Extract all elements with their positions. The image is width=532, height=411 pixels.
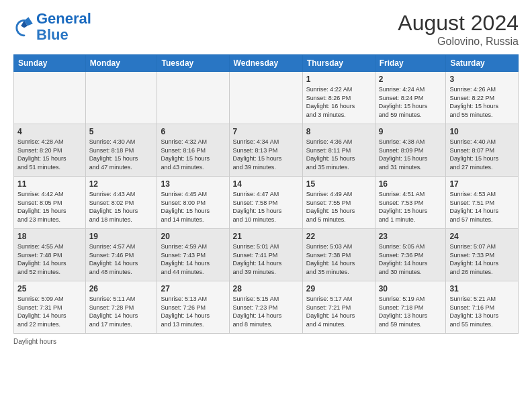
calendar-cell: 9Sunrise: 4:38 AM Sunset: 8:09 PM Daylig…: [375, 124, 446, 177]
page: General Blue August 2024 Golovino, Russi…: [0, 0, 532, 353]
day-info: Sunrise: 5:07 AM Sunset: 7:33 PM Dayligh…: [449, 242, 515, 276]
day-number: 1: [306, 75, 371, 84]
day-info: Sunrise: 4:45 AM Sunset: 8:00 PM Dayligh…: [161, 190, 225, 224]
day-number: 8: [306, 127, 371, 136]
day-info: Sunrise: 4:34 AM Sunset: 8:13 PM Dayligh…: [233, 138, 299, 171]
day-number: 12: [89, 179, 154, 189]
calendar-cell: 3Sunrise: 4:26 AM Sunset: 8:22 PM Daylig…: [446, 72, 519, 124]
weekday-header: Wednesday: [229, 55, 302, 72]
calendar-cell: 15Sunrise: 4:49 AM Sunset: 7:55 PM Dayli…: [302, 177, 375, 229]
logo: General Blue: [13, 11, 91, 43]
calendar-cell: 11Sunrise: 4:42 AM Sunset: 8:05 PM Dayli…: [14, 177, 86, 229]
calendar-cell: 10Sunrise: 4:40 AM Sunset: 8:07 PM Dayli…: [446, 124, 519, 177]
day-number: 10: [449, 127, 515, 136]
day-number: 5: [89, 127, 154, 136]
weekday-header: Sunday: [14, 55, 86, 72]
day-number: 25: [17, 284, 82, 293]
day-number: 7: [233, 127, 299, 136]
day-info: Sunrise: 5:05 AM Sunset: 7:36 PM Dayligh…: [379, 242, 443, 276]
calendar-table: SundayMondayTuesdayWednesdayThursdayFrid…: [13, 54, 519, 334]
header: General Blue August 2024 Golovino, Russi…: [13, 11, 519, 48]
month-year: August 2024: [398, 11, 519, 36]
day-info: Sunrise: 5:13 AM Sunset: 7:26 PM Dayligh…: [161, 295, 225, 328]
day-info: Sunrise: 4:26 AM Sunset: 8:22 PM Dayligh…: [449, 85, 515, 119]
weekday-header: Saturday: [446, 55, 519, 72]
day-info: Sunrise: 4:24 AM Sunset: 8:24 PM Dayligh…: [379, 85, 443, 119]
logo-general: General: [36, 10, 91, 27]
day-number: 17: [449, 179, 515, 189]
calendar-cell: 27Sunrise: 5:13 AM Sunset: 7:26 PM Dayli…: [157, 281, 229, 334]
day-number: 21: [233, 232, 299, 241]
calendar-cell: 4Sunrise: 4:28 AM Sunset: 8:20 PM Daylig…: [14, 124, 86, 177]
calendar-cell: 18Sunrise: 4:55 AM Sunset: 7:48 PM Dayli…: [14, 229, 86, 281]
day-number: 29: [306, 284, 371, 293]
day-number: 6: [161, 127, 225, 136]
day-info: Sunrise: 4:30 AM Sunset: 8:18 PM Dayligh…: [89, 138, 154, 171]
day-info: Sunrise: 4:55 AM Sunset: 7:48 PM Dayligh…: [17, 242, 82, 276]
calendar-cell: 22Sunrise: 5:03 AM Sunset: 7:38 PM Dayli…: [302, 229, 375, 281]
calendar-cell: 26Sunrise: 5:11 AM Sunset: 7:28 PM Dayli…: [85, 281, 157, 334]
weekday-header-row: SundayMondayTuesdayWednesdayThursdayFrid…: [14, 55, 519, 72]
calendar-cell: 16Sunrise: 4:51 AM Sunset: 7:53 PM Dayli…: [375, 177, 446, 229]
calendar-cell: 7Sunrise: 4:34 AM Sunset: 8:13 PM Daylig…: [229, 124, 302, 177]
calendar-cell: [229, 72, 302, 124]
title-block: August 2024 Golovino, Russia: [398, 11, 519, 48]
calendar-cell: 19Sunrise: 4:57 AM Sunset: 7:46 PM Dayli…: [85, 229, 157, 281]
day-number: 22: [306, 232, 371, 241]
day-info: Sunrise: 5:19 AM Sunset: 7:18 PM Dayligh…: [379, 295, 443, 328]
calendar-cell: 14Sunrise: 4:47 AM Sunset: 7:58 PM Dayli…: [229, 177, 302, 229]
location: Golovino, Russia: [398, 36, 519, 48]
calendar-cell: [85, 72, 157, 124]
calendar-cell: 2Sunrise: 4:24 AM Sunset: 8:24 PM Daylig…: [375, 72, 446, 124]
calendar-week-row: 1Sunrise: 4:22 AM Sunset: 8:26 PM Daylig…: [14, 72, 519, 124]
day-number: 3: [449, 75, 515, 84]
logo-text: General Blue: [36, 11, 91, 43]
calendar-cell: 29Sunrise: 5:17 AM Sunset: 7:21 PM Dayli…: [302, 281, 375, 334]
calendar-week-row: 18Sunrise: 4:55 AM Sunset: 7:48 PM Dayli…: [14, 229, 519, 281]
calendar-cell: [14, 72, 86, 124]
day-info: Sunrise: 4:42 AM Sunset: 8:05 PM Dayligh…: [17, 190, 82, 224]
day-number: 26: [89, 284, 154, 293]
day-info: Sunrise: 5:11 AM Sunset: 7:28 PM Dayligh…: [89, 295, 154, 328]
day-info: Sunrise: 5:03 AM Sunset: 7:38 PM Dayligh…: [306, 242, 371, 276]
weekday-header: Thursday: [302, 55, 375, 72]
day-info: Sunrise: 4:40 AM Sunset: 8:07 PM Dayligh…: [449, 138, 515, 171]
day-info: Sunrise: 4:47 AM Sunset: 7:58 PM Dayligh…: [233, 190, 299, 224]
day-number: 18: [17, 232, 82, 241]
day-info: Sunrise: 4:59 AM Sunset: 7:43 PM Dayligh…: [161, 242, 225, 276]
day-info: Sunrise: 4:49 AM Sunset: 7:55 PM Dayligh…: [306, 190, 371, 224]
day-number: 15: [306, 179, 371, 189]
calendar-cell: 20Sunrise: 4:59 AM Sunset: 7:43 PM Dayli…: [157, 229, 229, 281]
calendar-cell: 13Sunrise: 4:45 AM Sunset: 8:00 PM Dayli…: [157, 177, 229, 229]
day-number: 9: [379, 127, 443, 136]
day-info: Sunrise: 4:51 AM Sunset: 7:53 PM Dayligh…: [379, 190, 443, 224]
day-info: Sunrise: 4:53 AM Sunset: 7:51 PM Dayligh…: [449, 190, 515, 224]
day-number: 20: [161, 232, 225, 241]
day-info: Sunrise: 4:36 AM Sunset: 8:11 PM Dayligh…: [306, 138, 371, 171]
day-number: 19: [89, 232, 154, 241]
weekday-header: Friday: [375, 55, 446, 72]
calendar-cell: 25Sunrise: 5:09 AM Sunset: 7:31 PM Dayli…: [14, 281, 86, 334]
day-info: Sunrise: 4:38 AM Sunset: 8:09 PM Dayligh…: [379, 138, 443, 171]
calendar-cell: 30Sunrise: 5:19 AM Sunset: 7:18 PM Dayli…: [375, 281, 446, 334]
day-number: 27: [161, 284, 225, 293]
calendar-cell: 1Sunrise: 4:22 AM Sunset: 8:26 PM Daylig…: [302, 72, 375, 124]
day-number: 11: [17, 179, 82, 189]
day-number: 23: [379, 232, 443, 241]
calendar-cell: 21Sunrise: 5:01 AM Sunset: 7:41 PM Dayli…: [229, 229, 302, 281]
day-number: 13: [161, 179, 225, 189]
weekday-header: Tuesday: [157, 55, 229, 72]
day-number: 28: [233, 284, 299, 293]
calendar-cell: 8Sunrise: 4:36 AM Sunset: 8:11 PM Daylig…: [302, 124, 375, 177]
day-number: 30: [379, 284, 443, 293]
calendar-week-row: 4Sunrise: 4:28 AM Sunset: 8:20 PM Daylig…: [14, 124, 519, 177]
weekday-header: Monday: [85, 55, 157, 72]
calendar-cell: 5Sunrise: 4:30 AM Sunset: 8:18 PM Daylig…: [85, 124, 157, 177]
logo-icon: [13, 16, 35, 38]
day-info: Sunrise: 4:32 AM Sunset: 8:16 PM Dayligh…: [161, 138, 225, 171]
calendar-cell: [157, 72, 229, 124]
calendar-cell: 31Sunrise: 5:21 AM Sunset: 7:16 PM Dayli…: [446, 281, 519, 334]
calendar-cell: 17Sunrise: 4:53 AM Sunset: 7:51 PM Dayli…: [446, 177, 519, 229]
day-info: Sunrise: 4:22 AM Sunset: 8:26 PM Dayligh…: [306, 85, 371, 119]
logo-blue: Blue: [36, 26, 69, 43]
